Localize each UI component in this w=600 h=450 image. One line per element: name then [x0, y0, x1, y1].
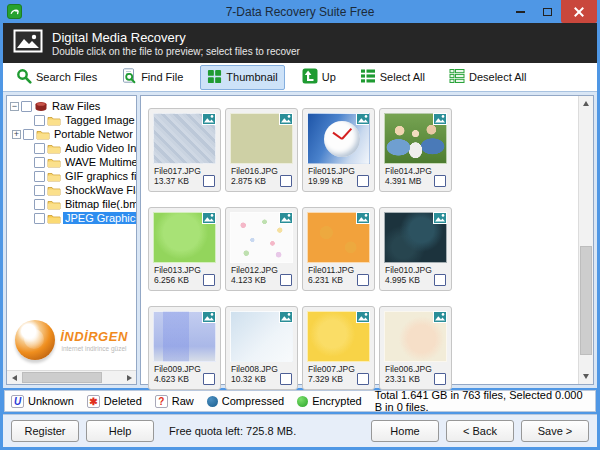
- back-button[interactable]: < Back: [446, 420, 514, 442]
- file-checkbox[interactable]: [280, 373, 292, 385]
- v-scrollbar-thumb[interactable]: [580, 246, 592, 355]
- file-thumbnail[interactable]: File007.JPG 7.329 KB: [302, 306, 375, 390]
- h-scrollbar-thumb[interactable]: [22, 372, 102, 383]
- maximize-icon: [543, 8, 552, 16]
- file-thumbnail[interactable]: File017.JPG 13.37 KB: [148, 108, 221, 192]
- tree-item-gif[interactable]: GIF graphics file(: [10, 169, 136, 183]
- expand-icon[interactable]: [12, 130, 21, 139]
- thumbnail-image[interactable]: [230, 212, 293, 263]
- tree-checkbox[interactable]: [34, 157, 45, 168]
- file-checkbox[interactable]: [203, 274, 215, 286]
- deselect-all-button[interactable]: Deselect All: [442, 64, 533, 90]
- tree-checkbox[interactable]: [34, 185, 45, 196]
- file-thumbnail[interactable]: File012.JPG 4.123 KB: [225, 207, 298, 291]
- save-button[interactable]: Save >: [521, 420, 589, 442]
- title-bar: 7-Data Recovery Suite Free: [3, 0, 597, 23]
- register-button[interactable]: Register: [11, 420, 79, 442]
- find-file-button[interactable]: Find File: [114, 64, 190, 90]
- up-icon: [302, 68, 318, 86]
- file-thumbnail[interactable]: File009.JPG 4.623 KB: [148, 306, 221, 390]
- tree-item-audio-video[interactable]: Audio Video Inte: [10, 141, 136, 155]
- thumbnail-image[interactable]: [153, 212, 216, 263]
- help-button[interactable]: Help: [86, 420, 154, 442]
- image-badge-icon: [279, 113, 293, 125]
- selection-summary: Total 1.641 GB in 763 files, Selected 0.…: [375, 389, 589, 413]
- thumbnail-view-button[interactable]: Thumbnail: [200, 65, 284, 90]
- thumbnail-panel: File017.JPG 13.37 KB File016.JPG 2.875 K…: [140, 95, 594, 385]
- file-checkbox[interactable]: [434, 274, 446, 286]
- tree-item-jpeg[interactable]: JPEG Graphics fil: [10, 211, 136, 225]
- tree-checkbox[interactable]: [21, 101, 32, 112]
- tree-checkbox[interactable]: [34, 143, 45, 154]
- tree-item-portable-network[interactable]: Portable Networ: [10, 127, 136, 141]
- file-thumbnail[interactable]: File010.JPG 4.995 KB: [379, 207, 452, 291]
- maximize-button[interactable]: [534, 0, 561, 23]
- collapse-icon[interactable]: [10, 102, 19, 111]
- encrypted-icon: [297, 396, 308, 407]
- footer-bar: Register Help Free quota left: 725.8 MB.…: [3, 414, 597, 447]
- tree-checkbox[interactable]: [23, 129, 34, 140]
- legend-deleted: ✱ Deleted: [87, 395, 142, 408]
- minimize-button[interactable]: [507, 0, 534, 23]
- select-all-button[interactable]: Select All: [353, 64, 432, 90]
- indirgen-logo: İNDİRGEN internet indirince güzel: [11, 320, 132, 360]
- file-checkbox[interactable]: [434, 175, 446, 187]
- file-thumbnail[interactable]: File006.JPG 23.31 KB: [379, 306, 452, 390]
- thumbnail-image[interactable]: [384, 113, 447, 164]
- horizontal-scrollbar[interactable]: [7, 370, 136, 384]
- raw-files-icon: [34, 101, 48, 112]
- file-checkbox[interactable]: [203, 175, 215, 187]
- app-icon: [7, 4, 22, 19]
- thumbnail-image[interactable]: [384, 311, 447, 362]
- search-icon: [16, 68, 32, 86]
- tree-item-bitmap[interactable]: Bitmap file(.bmp: [10, 197, 136, 211]
- tree-item-shockwave[interactable]: ShockWave Flash: [10, 183, 136, 197]
- home-button[interactable]: Home: [371, 420, 439, 442]
- app-window: 7-Data Recovery Suite Free Digital Media…: [0, 0, 600, 450]
- thumbnail-image[interactable]: [230, 113, 293, 164]
- tree-checkbox[interactable]: [34, 171, 45, 182]
- tree-checkbox[interactable]: [34, 199, 45, 210]
- thumbnail-image[interactable]: [307, 113, 370, 164]
- file-thumbnail[interactable]: File015.JPG 19.99 KB: [302, 108, 375, 192]
- scroll-up-button[interactable]: [579, 96, 593, 111]
- logo-name: İNDİRGEN: [60, 329, 128, 344]
- file-thumbnail[interactable]: File013.JPG 6.256 KB: [148, 207, 221, 291]
- compressed-icon: [207, 396, 218, 407]
- thumbnail-image[interactable]: [153, 113, 216, 164]
- thumbnail-image[interactable]: [307, 212, 370, 263]
- vertical-scrollbar[interactable]: [578, 96, 593, 384]
- tree-item-raw-files[interactable]: Raw Files: [10, 99, 136, 113]
- file-checkbox[interactable]: [203, 373, 215, 385]
- file-checkbox[interactable]: [280, 274, 292, 286]
- scroll-right-icon: [127, 375, 132, 381]
- file-thumbnail[interactable]: File016.JPG 2.875 KB: [225, 108, 298, 192]
- file-thumbnail[interactable]: File008.JPG 10.32 KB: [225, 306, 298, 390]
- file-checkbox[interactable]: [357, 373, 369, 385]
- up-button[interactable]: Up: [295, 64, 343, 90]
- tree-item-tagged-image[interactable]: Tagged Image F: [10, 113, 136, 127]
- tree-checkbox[interactable]: [34, 115, 45, 126]
- thumbnail-image[interactable]: [153, 311, 216, 362]
- thumbnail-image[interactable]: [307, 311, 370, 362]
- scroll-down-icon: [583, 374, 589, 379]
- image-badge-icon: [356, 311, 370, 323]
- tree-checkbox[interactable]: [34, 213, 45, 224]
- scroll-right-button[interactable]: [122, 371, 136, 384]
- scroll-left-button[interactable]: [7, 371, 21, 384]
- file-thumbnail[interactable]: File011.JPG 6.231 KB: [302, 207, 375, 291]
- thumbnail-image[interactable]: [230, 311, 293, 362]
- file-checkbox[interactable]: [280, 175, 292, 187]
- search-files-button[interactable]: Search Files: [9, 64, 104, 90]
- file-checkbox[interactable]: [357, 175, 369, 187]
- file-checkbox[interactable]: [434, 373, 446, 385]
- tree-item-wave[interactable]: WAVE Multimed: [10, 155, 136, 169]
- file-checkbox[interactable]: [357, 274, 369, 286]
- thumbnail-image[interactable]: [384, 212, 447, 263]
- file-thumbnail[interactable]: File014.JPG 4.391 MB: [379, 108, 452, 192]
- close-button[interactable]: [561, 0, 597, 23]
- folder-icon: [47, 171, 61, 182]
- status-bar: U Unknown ✱ Deleted ? Raw Compressed Enc…: [4, 390, 596, 412]
- file-tree-panel: Raw Files Tagged Image F Portable Networ: [6, 95, 137, 385]
- scroll-down-button[interactable]: [579, 369, 593, 384]
